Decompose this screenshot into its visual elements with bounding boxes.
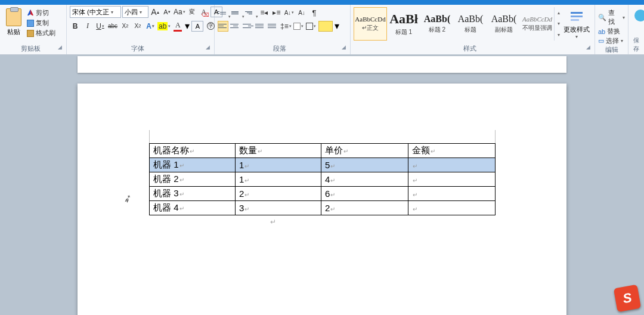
cut-button[interactable]: 剪切 [27,8,55,17]
table-cell[interactable]: 机器 2↵ [150,172,236,187]
subscript-button[interactable]: X2 [120,21,131,32]
table-cell[interactable]: ↵ [408,158,496,172]
group-label: 段落 [273,45,286,52]
table-cell[interactable]: 4↵ [321,172,408,187]
chevron-up-icon: ▴ [558,10,560,16]
header-cell[interactable]: 单价↵ [321,144,408,158]
line-spacing-button[interactable]: ‡≡▾ [280,21,292,32]
dialog-launcher-icon[interactable]: ◢ [586,44,590,50]
text-direction-button[interactable]: A↓▾ [284,7,295,18]
indent-dec-button[interactable]: ≡◂ [259,7,270,18]
header-cell[interactable]: 金额↵ [408,144,496,158]
sort-button[interactable]: A↓ [296,7,307,18]
page-color-button[interactable] [318,21,333,32]
dialog-launcher-icon[interactable]: ◢ [206,44,210,50]
change-styles-button[interactable]: 更改样式 ▾ [562,6,591,39]
font-size-combo[interactable]: 小四▾ [122,6,148,18]
superscript-button[interactable]: X2 [132,21,143,32]
table-cell[interactable]: 机器 4↵ [150,201,236,215]
align-right-button[interactable] [243,21,253,32]
shading-button[interactable]: ▾ [293,21,304,32]
highlight-button[interactable]: ab▾ [157,21,171,32]
shrink-font-button[interactable]: A▾ [162,7,172,17]
numbering-button[interactable]: ▾ [231,7,243,18]
borders-button[interactable]: ▾ [306,21,317,32]
header-cell[interactable]: 数量↵ [236,144,321,158]
chevron-down-icon[interactable]: ▾ [335,20,339,32]
chevron-down-icon: ▾ [558,21,560,26]
style-title[interactable]: AaBb(标题 [454,7,487,41]
table-cell[interactable]: ↵ [408,172,496,187]
group-edit: 🔍查找▾ ab替换 ▭选择▾ 编辑 [595,5,628,54]
table-cell[interactable]: 机器 3↵ [150,187,236,201]
table-header-row[interactable]: 机器名称↵ 数量↵ 单价↵ 金额↵ [150,144,496,158]
multilevel-button[interactable]: ▾ [245,7,257,18]
style-subtle-emphasis[interactable]: AaBbCcDd不明显强调 [521,7,554,41]
table-row[interactable]: 机器 4↵ 3↵ 2↵ ↵ [150,201,496,215]
align-left-button[interactable] [218,21,228,32]
table-cell[interactable]: 5↵ [321,158,408,172]
cloud-save-icon[interactable] [634,10,644,21]
table-cell[interactable]: 2↵ [321,201,408,215]
table-cell[interactable]: 6↵ [321,187,408,201]
change-case-button[interactable]: Aa▾ [174,7,185,17]
text-select-cursor-icon: ➶ [121,191,134,206]
table-row[interactable]: 机器 3↵ 2↵ 6↵ ↵ [150,187,496,201]
style-gallery[interactable]: AaBbCcDd↵正文 AaBł标题 1 AaBb(标题 2 AaBb(标题 A… [354,6,562,42]
find-button[interactable]: 🔍查找▾ [598,8,625,26]
style-heading2[interactable]: AaBb(标题 2 [420,7,454,41]
paragraph-mark-icon: ↵ [270,218,276,226]
copy-button[interactable]: 复制 [27,18,55,27]
bold-button[interactable]: B [70,21,80,32]
page[interactable]: ➶ 机器名称↵ 数量↵ 单价↵ 金额↵ 机器 1↵ 1↵ 5↵ ↵ 机器 2↵ … [78,84,566,315]
chevron-down-icon[interactable]: ▾ [185,20,190,32]
align-distribute-button[interactable] [268,21,278,32]
table-cell[interactable]: 1↵ [236,158,321,172]
table-row[interactable]: 机器 2↵ 1↵ 4↵ ↵ [150,172,496,187]
text-effect-button[interactable]: A▾ [145,21,156,32]
font-name-combo[interactable]: 宋体 (中文正▾ [70,6,121,18]
align-justify-button[interactable] [255,21,266,32]
header-cell[interactable]: 机器名称↵ [150,144,236,158]
dialog-launcher-icon[interactable]: ◢ [58,44,62,50]
group-font: 宋体 (中文正▾ 小四▾ A▴ A▾ Aa▾ 変 A⌫ A B I U▾ abc… [67,5,215,54]
document-area[interactable]: ➶ 机器名称↵ 数量↵ 单价↵ 金额↵ 机器 1↵ 1↵ 5↵ ↵ 机器 2↵ … [0,55,644,315]
pinyin-button[interactable]: 変 [187,7,197,17]
replace-button[interactable]: ab替换 [598,27,625,36]
indent-inc-button[interactable]: ▸≡ [271,7,282,18]
dialog-launcher-icon[interactable]: ◢ [342,44,346,50]
data-table[interactable]: 机器名称↵ 数量↵ 单价↵ 金额↵ 机器 1↵ 1↵ 5↵ ↵ 机器 2↵ 1↵… [149,143,496,215]
table-cell[interactable]: 2↵ [236,187,321,201]
select-icon: ▭ [598,37,604,45]
group-label: 剪贴板 [21,45,41,52]
underline-button[interactable]: U▾ [95,21,106,32]
grow-font-button[interactable]: A▴ [150,7,160,17]
style-subtitle[interactable]: AaBb(副标题 [487,7,521,41]
search-icon: 🔍 [598,14,606,21]
format-painter-button[interactable]: 格式刷 [27,29,55,38]
style-normal[interactable]: AaBbCcDd↵正文 [354,7,387,41]
table-cell[interactable]: ↵ [408,201,496,215]
style-heading1[interactable]: AaBł标题 1 [387,7,420,41]
cut-icon [27,10,34,17]
strike-button[interactable]: abc [107,21,118,32]
show-marks-button[interactable]: ¶ [309,7,320,18]
table-cell[interactable]: 机器 1↵ [150,158,236,172]
font-color-button[interactable]: A [172,21,183,32]
chevron-down-icon: ▾ [140,10,142,15]
table-cell[interactable]: 1↵ [236,172,321,187]
select-button[interactable]: ▭选择▾ [598,36,625,45]
align-center-button[interactable] [230,21,241,32]
table-cell[interactable]: 3↵ [236,201,321,215]
style-gallery-more[interactable]: ▴▾▾ [554,7,562,41]
margin-marker [495,130,496,144]
italic-button[interactable]: I [82,21,93,32]
char-shading-button[interactable]: A [191,21,203,32]
table-row[interactable]: 机器 1↵ 1↵ 5↵ ↵ [150,158,496,172]
paste-button[interactable]: 粘贴 [3,6,24,36]
clear-format-button[interactable]: A⌫ [199,7,209,17]
svg-rect-1 [571,16,583,17]
table-cell[interactable]: ↵ [408,187,496,201]
bullets-button[interactable]: ▾ [218,7,230,18]
group-label: 字体 [131,45,144,52]
